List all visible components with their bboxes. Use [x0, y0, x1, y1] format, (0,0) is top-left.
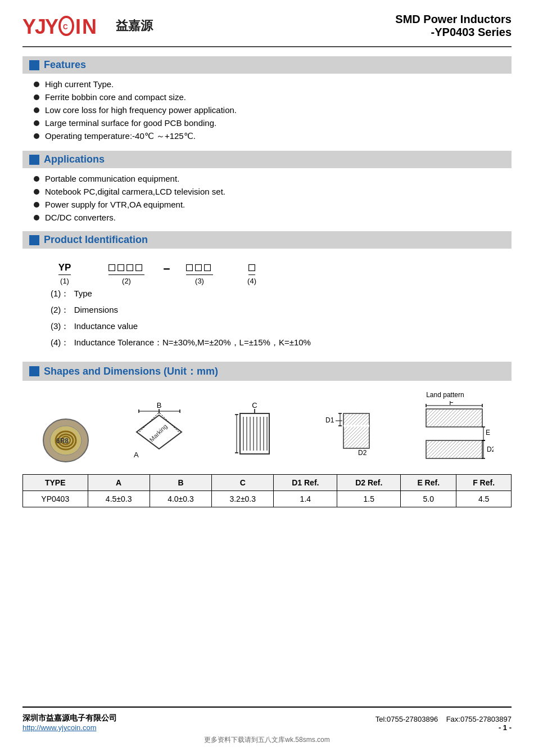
svg-rect-40: [343, 413, 369, 426]
bullet-icon: [34, 176, 39, 182]
svg-text:6R8: 6R8: [56, 437, 69, 445]
bullet-icon: [34, 202, 39, 208]
features-section-title: Features: [44, 59, 86, 71]
bullet-icon: [34, 120, 39, 126]
bullet-icon: [34, 82, 39, 87]
table-row: YP0403 4.5±0.3 4.0±0.3 3.2±0.3 1.4 1.5 5…: [23, 491, 512, 507]
page-header: Y J Y C I N 益嘉源 SMD Power Inductors -Y: [22, 11, 512, 47]
list-item: High current Type.: [34, 79, 512, 89]
product-id-section-header: Product Identification: [22, 231, 512, 249]
logo-area: Y J Y C I N 益嘉源: [22, 11, 153, 40]
title-block: SMD Power Inductors -YP0403 Series: [395, 13, 512, 39]
footer-tel: Tel:0755-27803896: [375, 715, 438, 723]
d-dim-svg: D1 D2: [319, 401, 375, 463]
title-line1: SMD Power Inductors: [395, 13, 512, 26]
table-cell-b: 4.0±0.3: [150, 491, 211, 507]
svg-text:C: C: [63, 23, 68, 31]
dimensions-table: TYPE A B C D1 Ref. D2 Ref. E Ref. F Ref.…: [22, 474, 512, 507]
pid-part2-num: (2): [122, 277, 131, 285]
pid-legend-2: (2)： Dimensions: [51, 305, 500, 316]
svg-text:F: F: [450, 401, 454, 407]
website-link[interactable]: http://www.yjycoin.com: [22, 723, 117, 732]
table-cell-type: YP0403: [23, 491, 88, 507]
shapes-diagrams-row: 6R8 B Marking A: [22, 386, 512, 465]
svg-text:I: I: [75, 15, 81, 38]
list-item: Ferrite bobbin core and compact size.: [34, 92, 512, 102]
footer-page: - 1 -: [375, 723, 512, 732]
pid-part3-num: (3): [195, 277, 204, 285]
watermark: 更多资料下载请到五八文库wk.58sms.com: [22, 735, 512, 745]
pid-dash: －: [160, 260, 173, 285]
shapes-section-icon: [29, 366, 39, 376]
company-name: 深圳市益嘉源电子有限公司: [22, 713, 117, 723]
pid-part4-box: □: [248, 260, 255, 275]
inductor-photo: 6R8: [40, 415, 91, 463]
svg-rect-53: [426, 409, 482, 427]
product-id-area: YP (1) □□□□ (2) － □□□ (3) □ (4): [22, 254, 512, 359]
shapes-section-header: Shapes and Dimensions (Unit：mm): [22, 362, 512, 381]
table-cell-e: 5.0: [401, 491, 456, 507]
table-header-a: A: [88, 475, 150, 491]
svg-text:B: B: [157, 401, 162, 410]
footer-fax: Fax:0755-27803897: [446, 715, 512, 723]
app-item-1: Portable communication equipment.: [45, 174, 179, 183]
list-item: Large terminal surface for good PCB bond…: [34, 118, 512, 128]
list-item: Low core loss for high frequency power a…: [34, 105, 512, 115]
footer-contact: Tel:0755-27803896 Fax:0755-27803897: [375, 715, 512, 723]
inductor-photo-svg: 6R8: [40, 415, 91, 463]
pid-part4-num: (4): [247, 277, 256, 285]
applications-section-header: Applications: [22, 151, 512, 168]
table-header-d1: D1 Ref.: [274, 475, 337, 491]
svg-text:Y: Y: [22, 15, 36, 38]
table-cell-d2: 1.5: [337, 491, 401, 507]
logo-icon: Y J Y C I N: [22, 11, 112, 40]
svg-rect-54: [426, 440, 482, 458]
bullet-icon: [34, 189, 39, 195]
d-dimension-diagram: D1 D2: [319, 401, 375, 463]
c-dimension-diagram: C: [233, 401, 278, 463]
b-dimension-diagram: B Marking A: [131, 401, 193, 463]
pid-part3-boxes: □□□: [186, 260, 213, 275]
footer-left: 深圳市益嘉源电子有限公司 http://www.yjycoin.com: [22, 713, 117, 732]
svg-text:D2: D2: [487, 446, 494, 453]
table-cell-f: 4.5: [456, 491, 512, 507]
land-pattern-label: Land pattern: [426, 391, 464, 399]
table-cell-a: 4.5±0.3: [88, 491, 150, 507]
pid-part1-label: YP: [58, 262, 71, 275]
features-item-2: Ferrite bobbin core and compact size.: [45, 92, 186, 102]
applications-section-icon: [29, 155, 39, 165]
product-id-section-icon: [29, 235, 39, 245]
product-id-legend: (1)： Type (2)： Dimensions (3)： Inductanc…: [45, 289, 500, 348]
b-dim-svg: B Marking A: [131, 401, 193, 463]
features-item-5: Operating temperature:-40℃ ～+125℃.: [45, 131, 196, 142]
title-line2: -YP0403 Series: [395, 26, 512, 39]
features-item-3: Low core loss for high frequency power a…: [45, 105, 237, 115]
pid-legend-3: (3)： Inductance value: [51, 321, 500, 332]
page-footer: 深圳市益嘉源电子有限公司 http://www.yjycoin.com Tel:…: [22, 706, 512, 732]
pid-spacer2: [227, 266, 238, 285]
applications-list: Portable communication equipment. Notebo…: [22, 174, 512, 229]
app-item-2: Notebook PC,digital carmera,LCD televisi…: [45, 187, 225, 196]
svg-text:N: N: [82, 15, 97, 38]
table-header-d2: D2 Ref.: [337, 475, 401, 491]
list-item: Portable communication equipment.: [34, 174, 512, 183]
table-header-b: B: [150, 475, 211, 491]
pid-spacer1: [84, 266, 93, 285]
pid-part1-num: (1): [60, 277, 69, 285]
list-item: Power supply for VTR,OA equipment.: [34, 200, 512, 209]
svg-text:Y: Y: [45, 15, 58, 38]
features-list: High current Type. Ferrite bobbin core a…: [22, 79, 512, 148]
table-header-f: F Ref.: [456, 475, 512, 491]
pid-part2-boxes: □□□□: [108, 260, 144, 275]
table-cell-d1: 1.4: [274, 491, 337, 507]
features-section-icon: [29, 60, 39, 70]
table-header-e: E Ref.: [401, 475, 456, 491]
features-item-4: Large terminal surface for good PCB bond…: [45, 118, 216, 128]
bullet-icon: [34, 94, 39, 100]
table-header-type: TYPE: [23, 475, 88, 491]
c-dim-svg: C: [233, 401, 278, 463]
app-item-4: DC/DC converters.: [45, 213, 116, 222]
footer-right: Tel:0755-27803896 Fax:0755-27803897 - 1 …: [375, 715, 512, 732]
list-item: Notebook PC,digital carmera,LCD televisi…: [34, 187, 512, 196]
svg-rect-26: [240, 413, 269, 454]
